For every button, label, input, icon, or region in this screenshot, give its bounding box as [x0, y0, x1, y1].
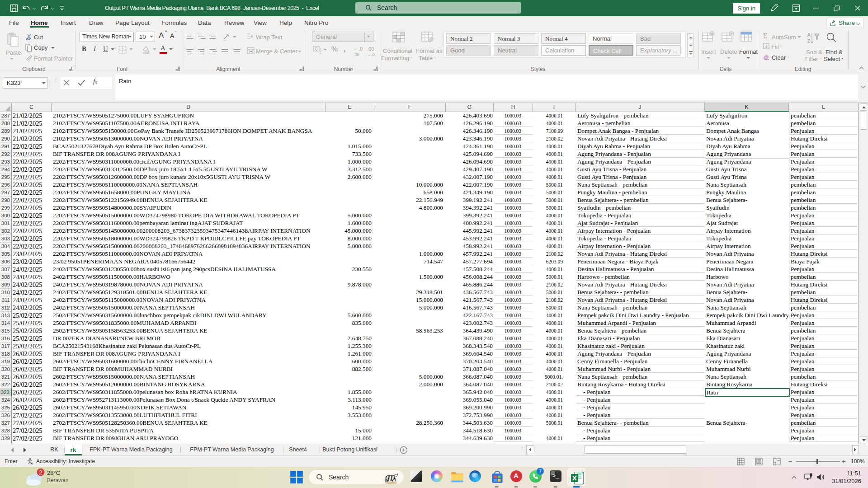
svg-text:A: A: [807, 33, 811, 38]
svg-text:2: 2: [39, 469, 42, 476]
svg-text:Z: Z: [807, 39, 810, 44]
